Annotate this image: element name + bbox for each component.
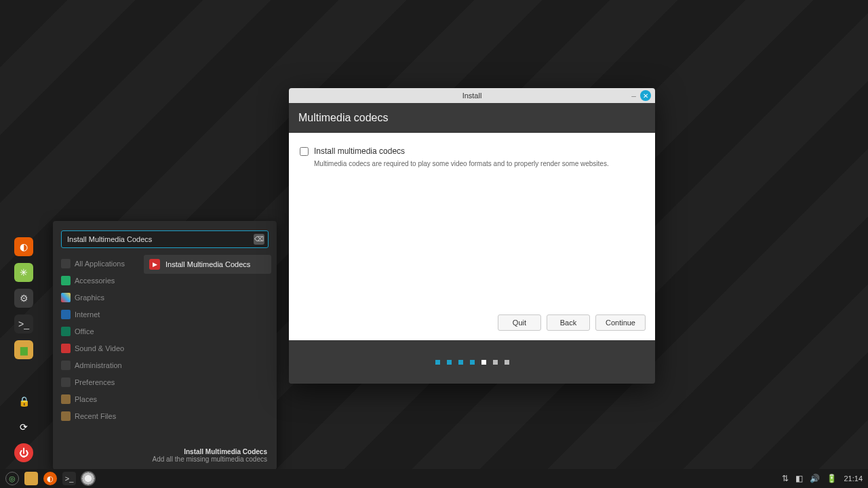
launcher-terminal-icon[interactable]: >_	[14, 314, 33, 333]
page-heading-text: Multimedia codecs	[298, 112, 389, 124]
menu-search-clear-icon[interactable]: ⌫	[254, 234, 264, 245]
cat-label: Places	[75, 395, 97, 403]
menu-result-install-codecs[interactable]: ▶ Install Multimedia Codecs	[144, 255, 271, 274]
tray-audio-icon[interactable]: 🔊	[810, 474, 820, 483]
cat-places[interactable]: Places	[58, 390, 140, 407]
taskbar: ◎ ◐ >_ ⇅ ◧ 🔊 🔋 21:14	[0, 469, 868, 488]
window-titlebar[interactable]: Install – ✕	[289, 88, 655, 103]
menu-footer-title: Install Multimedia Codecs	[58, 448, 267, 455]
menu-search-input[interactable]	[61, 230, 269, 248]
launcher-firefox-icon[interactable]: ◐	[14, 237, 33, 256]
cat-label: Administration	[75, 361, 122, 369]
back-button[interactable]: Back	[547, 314, 590, 331]
taskbar-files-icon[interactable]	[24, 472, 38, 485]
desktop-launcher: ◐ ✳ ⚙ >_ ▆ 🔒 ⟳ ⏻	[14, 237, 34, 462]
launcher-lock-icon[interactable]: 🔒	[14, 392, 33, 411]
codecs-checkbox-row[interactable]: Install multimedia codecs	[300, 146, 644, 156]
launcher-hexchat-icon[interactable]: ✳	[14, 263, 33, 282]
pager-dot[interactable]	[435, 360, 440, 365]
taskbar-firefox-icon[interactable]: ◐	[43, 472, 57, 485]
launcher-power-icon[interactable]: ⏻	[14, 443, 33, 462]
menu-categories: All Applications Accessories Graphics In…	[58, 255, 140, 445]
launcher-settings-icon[interactable]: ⚙	[14, 289, 33, 308]
launcher-logout-icon[interactable]: ⟳	[14, 418, 33, 436]
pager-dot[interactable]	[447, 360, 452, 365]
window-minimize-icon[interactable]: –	[631, 92, 636, 101]
codecs-checkbox[interactable]	[300, 147, 309, 156]
quit-button[interactable]: Quit	[498, 314, 541, 331]
cat-preferences[interactable]: Preferences	[58, 373, 140, 390]
cat-label: Graphics	[75, 293, 104, 302]
tray-network-icon[interactable]: ⇅	[782, 474, 789, 483]
cat-all-applications[interactable]: All Applications	[58, 255, 140, 272]
taskbar-terminal-icon[interactable]: >_	[62, 472, 76, 485]
cat-sound-video[interactable]: Sound & Video	[58, 340, 140, 357]
pager-dot[interactable]	[458, 360, 463, 365]
tray-battery-icon[interactable]: 🔋	[827, 474, 837, 483]
codecs-checkbox-label: Install multimedia codecs	[314, 146, 405, 156]
cat-internet[interactable]: Internet	[58, 306, 140, 323]
installer-window: Install – ✕ Multimedia codecs Install mu…	[289, 88, 655, 384]
menu-footer-sub: Add all the missing multimedia codecs	[152, 455, 267, 463]
cat-recent-files[interactable]: Recent Files	[58, 407, 140, 424]
cat-label: Recent Files	[75, 412, 116, 420]
pager-dot[interactable]	[505, 360, 509, 365]
window-title: Install	[462, 92, 482, 100]
cat-label: Accessories	[75, 277, 115, 285]
cat-accessories[interactable]: Accessories	[58, 272, 140, 289]
cat-label: Internet	[75, 310, 100, 319]
codecs-description: Multimedia codecs are required to play s…	[314, 160, 644, 167]
pager-dot-current[interactable]	[481, 360, 486, 365]
cat-office[interactable]: Office	[58, 323, 140, 340]
cat-label: All Applications	[75, 260, 125, 268]
menu-results: ▶ Install Multimedia Codecs	[144, 255, 271, 445]
start-menu-icon[interactable]: ◎	[5, 472, 19, 485]
cat-label: Sound & Video	[75, 344, 124, 352]
menu-footer: Install Multimedia Codecs Add all the mi…	[58, 445, 271, 464]
installer-content: Install multimedia codecs Multimedia cod…	[289, 133, 655, 340]
menu-result-label: Install Multimedia Codecs	[165, 260, 250, 268]
cat-label: Office	[75, 327, 94, 336]
pager-dot[interactable]	[493, 360, 498, 365]
launcher-files-icon[interactable]: ▆	[14, 340, 33, 359]
installer-buttons: Quit Back Continue	[498, 314, 646, 331]
play-icon: ▶	[149, 259, 160, 270]
continue-button[interactable]: Continue	[595, 314, 646, 331]
cat-administration[interactable]: Administration	[58, 357, 140, 373]
window-close-icon[interactable]: ✕	[640, 90, 651, 101]
pager-dot[interactable]	[470, 360, 475, 365]
cat-label: Preferences	[75, 378, 115, 386]
application-menu: ⌫ All Applications Accessories Graphics …	[53, 221, 277, 470]
tray-updates-icon[interactable]: ◧	[795, 474, 803, 483]
installer-page-heading: Multimedia codecs	[289, 103, 655, 133]
taskbar-clock[interactable]: 21:14	[844, 474, 863, 483]
cat-graphics[interactable]: Graphics	[58, 289, 140, 306]
installer-pager	[289, 340, 655, 384]
taskbar-installer-icon[interactable]	[81, 472, 95, 485]
